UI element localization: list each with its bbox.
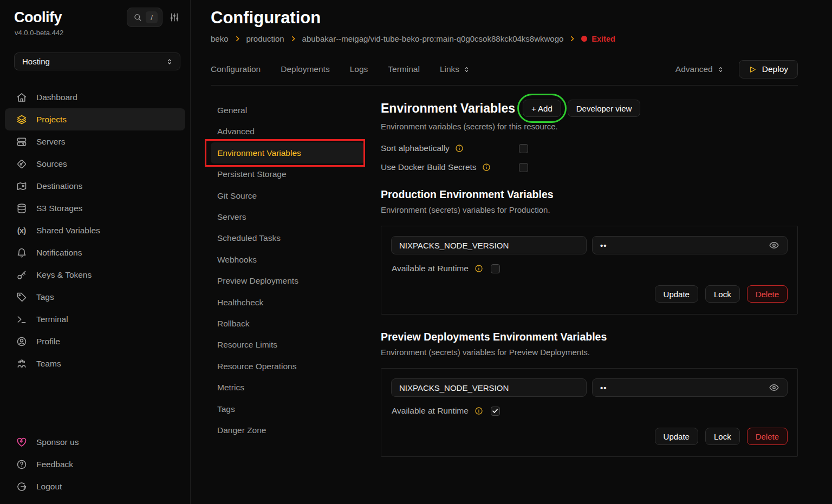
delete-button[interactable]: Delete bbox=[747, 285, 788, 303]
sidebar-footer: Sponsor us Feedback Logout bbox=[0, 431, 190, 504]
update-button[interactable]: Update bbox=[655, 285, 698, 303]
breadcrumb-item-environment[interactable]: production bbox=[246, 34, 284, 43]
sort-alphabetically-label: Sort alphabetically bbox=[381, 143, 450, 153]
lock-button[interactable]: Lock bbox=[705, 428, 740, 445]
app-version: v4.0.0-beta.442 bbox=[0, 27, 190, 37]
variable-value-input[interactable]: •• bbox=[592, 236, 788, 254]
available-at-runtime-checkbox[interactable] bbox=[491, 407, 500, 416]
deploy-button[interactable]: Deploy bbox=[739, 60, 798, 78]
workspace-select[interactable]: Hosting bbox=[14, 53, 180, 70]
breadcrumb-item-resource[interactable]: abubakar--meigag/vid-tube-beko-pro:main-… bbox=[302, 34, 564, 43]
update-button[interactable]: Update bbox=[655, 428, 698, 445]
tab-links-label: Links bbox=[440, 64, 459, 74]
advanced-dropdown[interactable]: Advanced bbox=[675, 64, 724, 74]
subnav-item-git-source[interactable]: Git Source bbox=[211, 185, 364, 206]
subnav-item-metrics[interactable]: Metrics bbox=[211, 377, 364, 398]
lock-button[interactable]: Lock bbox=[705, 285, 740, 303]
sidebar-item-destinations[interactable]: Destinations bbox=[5, 175, 185, 197]
users-icon bbox=[16, 358, 27, 369]
sidebar: Coolify / v4.0.0-beta.442 Hosting Dashbo… bbox=[0, 0, 191, 504]
eye-icon[interactable] bbox=[769, 382, 779, 393]
search-button[interactable]: / bbox=[127, 8, 162, 27]
variable-name-input[interactable]: NIXPACKS_NODE_VERSION bbox=[391, 378, 587, 397]
sidebar-item-teams[interactable]: Teams bbox=[5, 352, 185, 375]
sort-alphabetically-checkbox[interactable] bbox=[519, 144, 528, 153]
subnav-item-rollback[interactable]: Rollback bbox=[211, 313, 364, 334]
variable-icon: (x) bbox=[16, 225, 27, 236]
sidebar-item-sponsor-us[interactable]: Sponsor us bbox=[5, 431, 185, 453]
sidebar-item-profile[interactable]: Profile bbox=[5, 330, 185, 352]
docker-build-secrets-checkbox[interactable] bbox=[519, 163, 528, 172]
sliders-icon[interactable] bbox=[170, 12, 179, 22]
subnav-item-advanced[interactable]: Advanced bbox=[211, 121, 364, 142]
subnav-item-resource-operations[interactable]: Resource Operations bbox=[211, 356, 364, 377]
status-dot-icon bbox=[581, 36, 587, 42]
sidebar-item-tags[interactable]: Tags bbox=[5, 286, 185, 308]
docker-build-secrets-label: Use Docker Build Secrets bbox=[381, 162, 477, 172]
sidebar-item-sources[interactable]: Sources bbox=[5, 153, 185, 175]
sidebar-item-s3-storages[interactable]: S3 Storages bbox=[5, 197, 185, 219]
status-text: Exited bbox=[592, 35, 615, 43]
sidebar-item-label: Shared Variables bbox=[36, 225, 100, 236]
sidebar-item-dashboard[interactable]: Dashboard bbox=[5, 86, 185, 108]
subnav-item-preview-deployments[interactable]: Preview Deployments bbox=[211, 270, 364, 291]
tab-links[interactable]: Links bbox=[440, 64, 470, 74]
sidebar-item-label: S3 Storages bbox=[36, 202, 82, 214]
tab-deployments[interactable]: Deployments bbox=[281, 64, 329, 74]
eye-icon[interactable] bbox=[769, 240, 779, 251]
sidebar-item-terminal[interactable]: Terminal bbox=[5, 308, 185, 330]
tab-logs[interactable]: Logs bbox=[350, 64, 368, 74]
subnav-item-environment-variables[interactable]: Environment Variables bbox=[211, 142, 364, 163]
subnav-item-general[interactable]: General bbox=[211, 100, 364, 121]
sidebar-item-feedback[interactable]: Feedback bbox=[5, 453, 185, 475]
developer-view-button[interactable]: Developer view bbox=[568, 100, 641, 117]
heart-handshake-icon bbox=[16, 436, 27, 448]
variable-value-masked: •• bbox=[600, 241, 607, 250]
subnav-item-persistent-storage[interactable]: Persistent Storage bbox=[211, 163, 364, 185]
available-at-runtime-row: Available at Runtime bbox=[391, 264, 788, 273]
subnav-item-healthcheck[interactable]: Healthcheck bbox=[211, 292, 364, 313]
sidebar-item-notifications[interactable]: Notifications bbox=[5, 241, 185, 264]
add-variable-button[interactable]: + Add bbox=[523, 100, 561, 117]
sidebar-item-label: Profile bbox=[36, 336, 60, 347]
sidebar-item-label: Sponsor us bbox=[36, 436, 79, 448]
tab-configuration[interactable]: Configuration bbox=[211, 64, 261, 74]
subnav-item-tags[interactable]: Tags bbox=[211, 398, 364, 420]
preview-variable-card: NIXPACKS_NODE_VERSION •• Available at Ru… bbox=[381, 368, 798, 457]
breadcrumb: beko production abubakar--meigag/vid-tub… bbox=[211, 34, 798, 43]
sidebar-item-projects[interactable]: Projects bbox=[5, 108, 185, 130]
info-icon bbox=[474, 264, 483, 273]
subnav-item-scheduled-tasks[interactable]: Scheduled Tasks bbox=[211, 227, 364, 248]
tab-terminal[interactable]: Terminal bbox=[388, 64, 420, 74]
subnav-item-danger-zone[interactable]: Danger Zone bbox=[211, 420, 364, 441]
delete-button[interactable]: Delete bbox=[747, 428, 788, 445]
sidebar-item-label: Dashboard bbox=[36, 91, 77, 103]
git-source-icon bbox=[16, 158, 27, 169]
sidebar-item-shared-variables[interactable]: (x) Shared Variables bbox=[5, 219, 185, 241]
search-shortcut-key: / bbox=[146, 11, 158, 23]
sidebar-item-label: Servers bbox=[36, 136, 65, 147]
user-circle-icon bbox=[16, 336, 27, 347]
available-at-runtime-checkbox[interactable] bbox=[491, 264, 500, 273]
production-variable-card: NIXPACKS_NODE_VERSION •• Available at Ru… bbox=[381, 226, 798, 315]
info-icon bbox=[474, 407, 483, 415]
sidebar-item-label: Logout bbox=[36, 481, 62, 492]
bell-icon bbox=[16, 247, 27, 258]
sidebar-item-logout[interactable]: Logout bbox=[5, 475, 185, 498]
env-variables-title: Environment Variables bbox=[381, 101, 515, 116]
info-icon bbox=[455, 144, 464, 153]
sidebar-item-servers[interactable]: Servers bbox=[5, 130, 185, 153]
subnav-item-servers[interactable]: Servers bbox=[211, 206, 364, 227]
workspace-select-value: Hosting bbox=[22, 57, 50, 66]
docker-build-secrets-row: Use Docker Build Secrets bbox=[381, 162, 798, 172]
subnav-item-webhooks[interactable]: Webhooks bbox=[211, 249, 364, 270]
terminal-icon bbox=[16, 313, 27, 325]
tabs-right-actions: Advanced Deploy bbox=[675, 60, 798, 78]
subnav-item-resource-limits[interactable]: Resource Limits bbox=[211, 334, 364, 355]
breadcrumb-item-team[interactable]: beko bbox=[211, 34, 229, 43]
resource-tabs: Configuration Deployments Logs Terminal … bbox=[211, 60, 798, 79]
sidebar-item-keys-tokens[interactable]: Keys & Tokens bbox=[5, 264, 185, 286]
variable-value-input[interactable]: •• bbox=[592, 378, 788, 397]
variable-name-input[interactable]: NIXPACKS_NODE_VERSION bbox=[391, 236, 587, 254]
chevron-right-icon bbox=[290, 35, 297, 42]
